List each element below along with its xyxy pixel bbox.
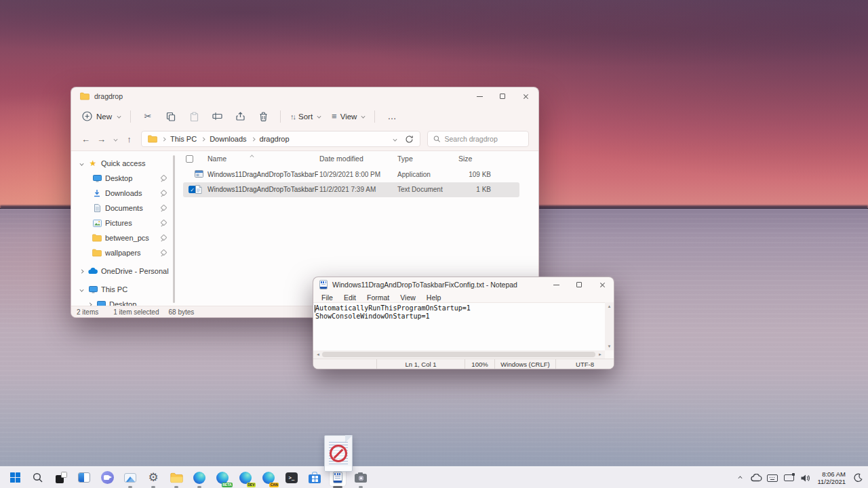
share-button[interactable]: [229, 108, 252, 125]
close-button[interactable]: [591, 277, 614, 292]
taskbar-clock[interactable]: 8:06 AM 11/2/2021: [815, 470, 848, 485]
chevron-down-icon[interactable]: [77, 288, 86, 291]
column-header-size[interactable]: Size: [458, 155, 472, 163]
taskbar-edge-beta-button[interactable]: BETA: [214, 470, 231, 486]
chevron-right-icon[interactable]: [77, 270, 86, 273]
scroll-left-icon[interactable]: ◄: [316, 352, 320, 357]
chevron-up-icon: [738, 476, 742, 480]
notepad-titlebar[interactable]: Windows11DragAndDropToTaskbarFixConfig.t…: [313, 277, 614, 292]
cursor-position: Ln 1, Col 1: [376, 359, 465, 369]
beta-badge: BETA: [222, 483, 233, 487]
sort-button[interactable]: ↑↓ Sort: [290, 113, 321, 121]
sidebar-item-between-pcs[interactable]: between_pcs: [71, 230, 178, 245]
network-tray-button[interactable]: [783, 470, 795, 486]
taskbar-edge-button[interactable]: [191, 470, 208, 486]
sidebar-item-pictures[interactable]: Pictures: [71, 216, 178, 230]
maximize-button[interactable]: [568, 277, 591, 292]
search-input[interactable]: [445, 135, 524, 143]
chevron-right-icon: [201, 137, 205, 141]
paste-button[interactable]: [182, 108, 205, 125]
minimize-button[interactable]: [468, 87, 491, 105]
forward-button[interactable]: →: [94, 134, 109, 144]
minimize-button[interactable]: [545, 277, 568, 292]
column-header-type[interactable]: Type: [397, 155, 413, 163]
delete-button[interactable]: [252, 108, 275, 125]
breadcrumb-item-dragdrop[interactable]: dragdrop: [260, 135, 290, 143]
taskbar-notepad-button[interactable]: [330, 470, 346, 486]
taskbar-terminal-button[interactable]: >_: [283, 470, 300, 486]
maximize-button[interactable]: [491, 87, 514, 105]
system-tray: 8:06 AM 11/2/2021: [734, 467, 864, 488]
close-button[interactable]: [514, 87, 537, 105]
search-box[interactable]: [427, 131, 529, 147]
cut-button[interactable]: ✂: [136, 108, 159, 125]
menu-edit[interactable]: Edit: [338, 293, 361, 302]
new-button[interactable]: New: [82, 111, 121, 121]
horizontal-scrollbar[interactable]: ◄ ►: [313, 350, 605, 359]
sidebar-item-this-pc[interactable]: This PC: [71, 282, 178, 297]
sidebar-item-quick-access[interactable]: ★ Quick access: [71, 156, 178, 171]
sidebar-item-downloads[interactable]: Downloads: [71, 186, 178, 201]
chevron-down-icon[interactable]: [77, 162, 86, 165]
sidebar-scrollbar[interactable]: [173, 155, 175, 303]
taskbar-file-explorer-button[interactable]: [168, 470, 184, 486]
sidebar-item-desktop[interactable]: Desktop: [71, 171, 178, 186]
breadcrumb[interactable]: This PC Downloads dragdrop: [141, 131, 420, 147]
taskbar-task-view-button[interactable]: [53, 470, 69, 486]
explorer-titlebar[interactable]: dragdrop: [71, 87, 538, 105]
taskbar-widgets-button[interactable]: [76, 470, 92, 486]
select-all-checkbox[interactable]: [186, 155, 193, 163]
scrollbar-thumb[interactable]: [322, 352, 595, 357]
column-header-name[interactable]: Name: [208, 155, 226, 163]
taskbar-search-button[interactable]: [30, 470, 46, 486]
up-button[interactable]: ↑: [121, 134, 137, 144]
edge-canary-icon: [262, 472, 275, 484]
file-row-application[interactable]: Windows11DragAndDropToTaskbarFix... 10/2…: [183, 167, 519, 182]
menu-view[interactable]: View: [395, 293, 421, 302]
copy-button[interactable]: [159, 108, 182, 125]
taskbar-photos-button[interactable]: [122, 470, 138, 486]
pin-icon: [160, 190, 166, 197]
sidebar-item-this-pc-desktop[interactable]: Desktop: [71, 297, 178, 306]
taskbar-edge-dev-button[interactable]: DEV: [237, 470, 254, 486]
scroll-right-icon[interactable]: ►: [598, 352, 602, 357]
taskbar-camera-button[interactable]: [353, 470, 369, 486]
volume-tray-button[interactable]: [799, 470, 811, 486]
menu-help[interactable]: Help: [421, 293, 447, 302]
view-button[interactable]: ≡ View: [332, 111, 365, 121]
breadcrumb-item-this-pc[interactable]: This PC: [170, 135, 197, 143]
tray-overflow-button[interactable]: [734, 470, 746, 486]
breadcrumb-item-downloads[interactable]: Downloads: [210, 135, 246, 143]
notepad-text-area[interactable]: AutomaticallyRunThisProgramOnStartup=1 S…: [313, 302, 605, 350]
sidebar-item-onedrive[interactable]: OneDrive - Personal: [71, 264, 178, 279]
sidebar-item-wallpapers[interactable]: wallpapers: [71, 245, 178, 260]
taskbar-edge-canary-button[interactable]: CAN: [260, 470, 277, 486]
onedrive-tray-button[interactable]: [750, 470, 762, 486]
refresh-icon[interactable]: [405, 135, 414, 144]
cloud-icon: [751, 474, 762, 482]
pin-icon: [160, 176, 166, 182]
vertical-scrollbar[interactable]: ▲ ▼: [605, 302, 614, 350]
line-ending-type: Windows (CRLF): [494, 359, 555, 369]
taskbar-settings-button[interactable]: ⚙: [145, 470, 161, 486]
focus-assist-button[interactable]: [852, 470, 864, 486]
column-header-date-modified[interactable]: Date modified: [319, 155, 363, 163]
address-dropdown-chevron-icon[interactable]: [393, 137, 397, 141]
more-options-button[interactable]: …: [387, 111, 397, 121]
rename-button[interactable]: [205, 108, 229, 125]
taskbar-chat-button[interactable]: [99, 470, 115, 486]
taskbar-store-button[interactable]: [307, 470, 323, 486]
scroll-up-icon[interactable]: ▲: [608, 304, 612, 308]
menu-format[interactable]: Format: [361, 293, 395, 302]
dragged-file-ghost[interactable]: [324, 435, 353, 472]
sidebar-item-documents[interactable]: Documents: [71, 201, 178, 216]
back-button[interactable]: ←: [78, 134, 94, 144]
taskbar-start-button[interactable]: [7, 470, 23, 486]
recent-locations-button[interactable]: [109, 138, 121, 141]
sort-arrows-icon: ↑↓: [290, 113, 295, 121]
touch-keyboard-button[interactable]: [766, 470, 778, 486]
notepad-window-title: Windows11DragAndDropToTaskbarFixConfig.t…: [332, 281, 517, 289]
file-row-text-document-selected[interactable]: ✓ Windows11DragAndDropToTaskbarFix... 11…: [183, 182, 519, 197]
scroll-down-icon[interactable]: ▼: [608, 344, 612, 348]
menu-file[interactable]: File: [316, 293, 338, 302]
